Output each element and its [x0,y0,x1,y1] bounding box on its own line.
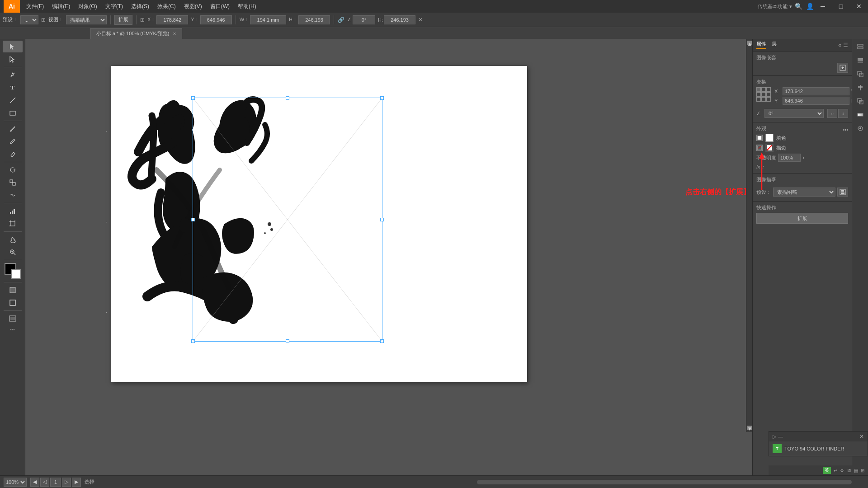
panel-expand-icon[interactable]: « [838,42,841,48]
scroll-down-btn[interactable]: ▼ [747,426,752,430]
menu-object[interactable]: 对象(O) [75,0,100,13]
properties-panel-icon[interactable] [854,41,867,53]
panel-menu-icon[interactable]: ☰ [843,42,848,48]
selection-tool[interactable] [3,41,23,52]
gradient-panel-icon[interactable] [854,108,867,121]
rotate-tool[interactable] [3,164,23,176]
zoom-select[interactable]: 100% [4,478,27,487]
eraser-tool[interactable] [3,148,23,160]
tray-icon3[interactable]: 🖥 [847,468,851,473]
rect-tool[interactable] [3,107,23,119]
menu-select[interactable]: 选择(S) [127,0,153,13]
x-transform-input[interactable] [783,87,849,95]
view-select[interactable]: 描摹结果 [66,15,107,24]
transform-panel-icon[interactable] [854,68,867,80]
menu-window[interactable]: 窗口(W) [207,0,233,13]
menu-file[interactable]: 文件(F) [23,0,47,13]
search-icon[interactable]: 🔍 [795,3,802,10]
direct-selection-tool[interactable] [3,53,23,65]
prev-page-btn2[interactable]: ◁ [40,478,49,487]
warp-tool[interactable] [3,189,23,201]
type-tool[interactable]: T [3,82,23,94]
tray-icon4[interactable]: ▤ [854,468,858,473]
trace-preset-select[interactable]: 素描图稿 [773,188,835,197]
stroke-visibility-btn[interactable] [756,145,763,151]
angle-select[interactable]: 0° [764,109,824,118]
artboard-tool[interactable] [3,218,23,230]
h2-input[interactable] [384,15,415,24]
h-input[interactable] [298,15,330,24]
pen-tool[interactable] [3,69,23,81]
menu-help[interactable]: 帮助(H) [234,0,260,13]
preset-select[interactable]: ... [20,15,38,24]
anchor-bl[interactable] [756,97,761,102]
next-page-btn[interactable]: ▷ [62,478,71,487]
fill-visibility-btn[interactable] [756,135,763,141]
page-number-input[interactable] [50,478,61,487]
stroke-mode-btn[interactable] [3,297,23,309]
toyo-expand-icon[interactable]: ▷ [773,434,776,440]
maximize-button[interactable]: □ [832,0,850,13]
scale-tool[interactable] [3,177,23,188]
angle-input[interactable] [353,15,375,24]
fill-mode-btn[interactable] [3,284,23,296]
graph-tool[interactable] [3,205,23,217]
tray-icon1[interactable]: ↩ [834,468,837,473]
zoom-tool[interactable] [3,246,23,258]
tray-icon2[interactable]: ⚙ [840,468,844,473]
minimize-button[interactable]: ─ [814,0,832,13]
canvas-area[interactable]: · · · [25,39,752,475]
anchor-tc[interactable] [761,87,766,92]
image-embed-btn[interactable] [837,63,848,73]
align-panel-icon[interactable] [854,81,867,94]
horizontal-scrollbar[interactable] [477,480,852,484]
workspace-dropdown-icon[interactable]: ▾ [789,4,792,9]
anchor-mc[interactable] [761,92,766,97]
y-transform-input[interactable] [783,97,849,105]
line-tool[interactable] [3,94,23,106]
tray-icon5[interactable]: ⊞ [861,468,864,473]
anchor-tr[interactable] [766,87,771,92]
quick-expand-button[interactable]: 扩展 [756,213,848,224]
flip-v-btn[interactable]: ↕ [838,109,848,118]
flip-h-btn[interactable]: ↔ [827,109,837,118]
tab-close-button[interactable]: × [173,31,176,37]
more-tools[interactable]: ••• [10,327,15,332]
fill-color-swatch[interactable] [765,134,774,142]
more-options-icon[interactable]: ✕ [418,17,423,23]
hand-tool[interactable] [3,234,23,245]
anchor-bc[interactable] [761,97,766,102]
pathfinder-panel-icon[interactable] [854,95,867,108]
opacity-expand-btn[interactable]: › [802,155,804,161]
next-page-btn2[interactable]: ▶ [72,478,81,487]
screen-mode-btn[interactable] [3,313,23,324]
appearance-menu-icon[interactable]: ••• [843,127,848,132]
prev-page-btn[interactable]: ◀ [30,478,39,487]
pencil-tool[interactable] [3,136,23,147]
link-icon[interactable]: 🔗 [338,17,344,23]
expand-button[interactable]: 扩展 [114,15,132,25]
tab-layers[interactable]: 层 [772,41,777,49]
anchor-br[interactable] [766,97,771,102]
paintbrush-tool[interactable] [3,123,23,135]
tab-properties[interactable]: 属性 [756,41,766,49]
tray-ime[interactable]: 英 [823,467,831,474]
menu-edit[interactable]: 编辑(E) [48,0,74,13]
y-input[interactable] [200,15,232,24]
menu-view[interactable]: 视图(V) [180,0,206,13]
menu-text[interactable]: 文字(T) [102,0,127,13]
menu-effect[interactable]: 效果(C) [154,0,179,13]
scroll-right-btn[interactable] [855,478,864,487]
background-color[interactable] [11,269,21,279]
opacity-input[interactable] [778,154,801,162]
anchor-ml[interactable] [756,92,761,97]
anchor-tl[interactable] [756,87,761,92]
arrange-icon[interactable]: ⊞ [140,17,145,23]
scroll-up-btn[interactable]: ▲ [747,41,752,45]
x-input[interactable] [156,15,188,24]
vertical-scrollbar[interactable]: ▲ ▼ [746,39,752,432]
adobe-account-icon[interactable]: 👤 [806,3,814,10]
stroke-color-swatch[interactable] [765,144,774,152]
toyo-close-icon[interactable]: ✕ [859,433,864,440]
layers-panel-icon[interactable] [854,54,867,67]
